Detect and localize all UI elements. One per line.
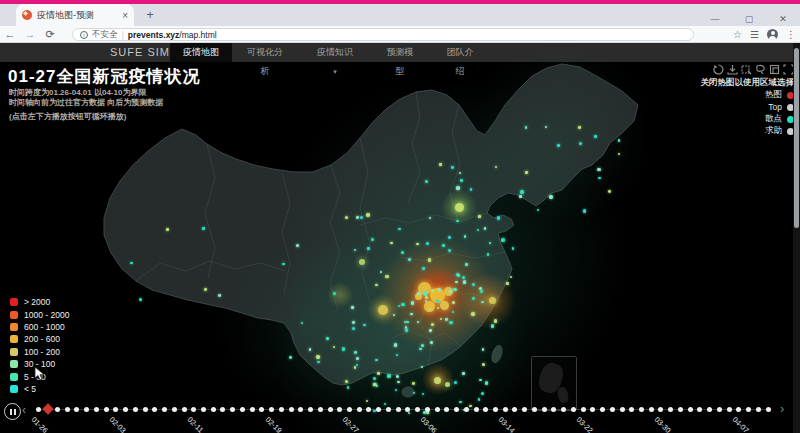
browser-menu-icon[interactable]: ⋮ [786,29,796,40]
lasso-select-icon[interactable] [755,64,766,75]
timeline-day-dot[interactable] [415,407,420,412]
timeline-day-dot[interactable] [240,407,245,412]
layer-toggle-热图[interactable]: 热图 [765,89,794,101]
timeline-day-dot[interactable] [133,407,138,412]
restore-icon[interactable] [713,64,724,75]
scrollbar-thumb[interactable] [794,48,799,228]
timeline-day-dot[interactable] [152,407,157,412]
timeline-day-dot[interactable] [143,407,148,412]
timeline-day-dot[interactable] [561,407,566,412]
zoom-select-icon[interactable] [741,64,752,75]
timeline-day-dot[interactable] [435,407,440,412]
timeline-day-dot[interactable] [727,407,732,412]
timeline-day-dot[interactable] [366,407,371,412]
timeline-day-dot[interactable] [318,407,323,412]
timeline-day-dot[interactable] [386,407,391,412]
timeline-day-dot[interactable] [678,407,683,412]
timeline-day-dot[interactable] [328,407,333,412]
timeline-day-dot[interactable] [629,407,634,412]
timeline-day-dot[interactable] [347,407,352,412]
timeline-day-dot[interactable] [581,407,586,412]
timeline-day-dot[interactable] [571,407,576,412]
timeline-day-dot[interactable] [600,407,605,412]
timeline-day-dot[interactable] [425,407,430,412]
timeline-pause-button[interactable] [4,403,21,420]
timeline-day-dot[interactable] [396,407,401,412]
timeline-day-dot[interactable] [493,407,498,412]
timeline-day-dot[interactable] [522,407,527,412]
back-icon[interactable]: ← [0,28,20,40]
timeline-day-dot[interactable] [74,407,79,412]
timeline-day-dot[interactable] [688,407,693,412]
timeline-day-dot[interactable] [474,407,479,412]
timeline-day-dot[interactable] [736,407,741,412]
bookmark-star-icon[interactable]: ☆ [733,29,742,40]
timeline-day-dot[interactable] [639,407,644,412]
timeline-day-dot[interactable] [94,407,99,412]
timeline-day-dot[interactable] [756,407,761,412]
timeline-day-dot[interactable] [746,407,751,412]
timeline-day-dot[interactable] [454,407,459,412]
timeline-day-dot[interactable] [620,407,625,412]
timeline-day-dot[interactable] [211,407,216,412]
timeline-day-dot[interactable] [172,407,177,412]
profile-avatar[interactable] [767,29,778,40]
layer-toggle-求助[interactable]: 求助 [765,125,794,137]
nav-item-2[interactable]: 可视化分析 [243,43,287,62]
timeline-day-dot[interactable] [697,407,702,412]
timeline-day-dot[interactable] [65,407,70,412]
timeline-day-dot[interactable] [503,407,508,412]
page-url[interactable]: prevents.xyz/map.html [128,30,217,40]
timeline-current-marker[interactable] [42,403,53,414]
new-tab-button[interactable]: + [142,7,158,23]
timeline-day-dot[interactable] [610,407,615,412]
reading-list-icon[interactable]: ☰ [750,29,759,40]
timeline-day-dot[interactable] [649,407,654,412]
timeline-day-dot[interactable] [289,407,294,412]
timeline-day-dot[interactable] [668,407,673,412]
nav-item-5[interactable]: 团队介绍 [443,43,477,62]
tab-close-icon[interactable]: × [122,10,128,21]
timeline-day-dot[interactable] [766,407,771,412]
timeline-day-dot[interactable] [512,407,517,412]
timeline-day-dot[interactable] [279,407,284,412]
browser-tab[interactable]: 疫情地图-预测 × [16,4,134,26]
timeline-day-dot[interactable] [230,407,235,412]
timeline-day-dot[interactable] [191,407,196,412]
timeline-day-dot[interactable] [464,407,469,412]
timeline-day-dot[interactable] [532,407,537,412]
timeline-day-dot[interactable] [250,407,255,412]
save-image-icon[interactable] [727,64,738,75]
site-brand[interactable]: SUFE SIME [110,43,178,62]
page-scrollbar[interactable] [793,43,800,433]
timeline-day-dot[interactable] [658,407,663,412]
reload-icon[interactable]: ⟳ [40,28,60,41]
timeline-day-dot[interactable] [717,407,722,412]
timeline-day-dot[interactable] [259,407,264,412]
timeline-day-dot[interactable] [182,407,187,412]
timeline-prev-icon[interactable]: ‹ [22,403,26,417]
timeline-day-dot[interactable] [162,407,167,412]
timeline-day-dot[interactable] [376,407,381,412]
timeline-day-dot[interactable] [357,407,362,412]
timeline-day-dot[interactable] [104,407,109,412]
timeline-day-dot[interactable] [298,407,303,412]
timeline-day-dot[interactable] [55,407,60,412]
timeline-day-dot[interactable] [269,407,274,412]
rect-select-icon[interactable] [769,64,780,75]
forward-icon[interactable]: → [20,28,40,40]
layer-toggle-散点[interactable]: 散点 [765,113,794,125]
timeline-day-dot[interactable] [707,407,712,412]
timeline-day-dot[interactable] [84,407,89,412]
address-bar[interactable]: i 不安全 | prevents.xyz/map.html [72,28,694,41]
nav-item-3[interactable]: 疫情知识 ▾ [315,43,355,62]
timeline-day-dot[interactable] [542,407,547,412]
timeline-day-dot[interactable] [551,407,556,412]
timeline-day-dot[interactable] [590,407,595,412]
timeline-day-dot[interactable] [113,407,118,412]
nav-item-1[interactable]: 疫情地图 [170,43,232,62]
timeline-day-dot[interactable] [201,407,206,412]
timeline-day-dot[interactable] [483,407,488,412]
timeline-day-dot[interactable] [405,407,410,412]
timeline-day-dot[interactable] [337,407,342,412]
